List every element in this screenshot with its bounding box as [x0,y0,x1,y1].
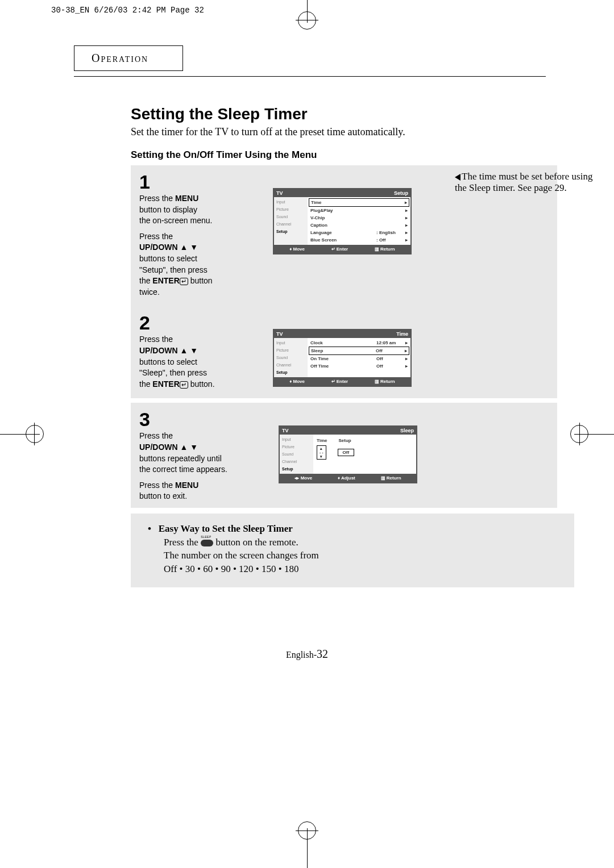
osd1-category: Setup [394,190,408,196]
easy-title: Easy Way to Set the Sleep Timer [159,523,293,534]
step-1-text: Press the MENU button to display the on-… [139,193,267,298]
print-header: 30-38_EN 6/26/03 2:42 PM Page 32 [51,6,204,15]
intro-text: Set the timer for the TV to turn off at … [131,126,546,138]
osd2-category: Time [396,331,408,337]
osd2-main: Clock12:05 am▸ SleepOff▸ On TimeOff▸ Off… [308,338,410,377]
section-label-box: Operation [74,45,183,71]
horizontal-rule [74,76,546,77]
up-down-arrows-icon: ▲ ▼ [178,346,198,355]
section-label: Operation [92,52,148,64]
step-3-text: Press the UP/DOWN ▲ ▼ buttons repeatedly… [139,431,273,502]
osd2-title: TV [276,331,283,337]
subheading: Setting the On/Off Timer Using the Menu [131,149,546,161]
easy-way-box: • Easy Way to Set the Sleep Timer Press … [131,514,574,587]
osd-screenshot-2: TV Time Input Picture Sound Channel Setu… [273,329,412,387]
step-3: 3 Press the UP/DOWN ▲ ▼ buttons repeated… [139,408,549,502]
side-note-text: The time must be set before using the Sl… [455,171,592,193]
osd-screenshot-1: TV Setup Input Picture Sound Channel Set… [273,188,412,254]
osd1-sidebar: Input Picture Sound Channel Setup [274,197,308,245]
steps-box-1: The time must be set before using the Sl… [131,165,557,398]
enter-icon: ↵ [180,278,188,285]
step-2: 2 Press the UP/DOWN ▲ ▼ buttons to selec… [139,312,549,390]
osd-screenshot-3: TV Sleep Input Picture Sound Channel Set… [279,425,417,483]
enter-icon: ↵ [180,381,188,389]
osd3-main: Time Setup ▴ - - ▾ Off [313,435,416,474]
up-down-arrows-icon: ▲ ▼ [178,443,198,452]
osd3-category: Sleep [400,428,414,433]
page-title: Setting the Sleep Timer [131,105,546,123]
step-3-number: 3 [139,408,162,431]
side-note: The time must be set before using the Sl… [455,171,597,194]
step-2-text: Press the UP/DOWN ▲ ▼ buttons to select … [139,334,267,390]
steps-box-2: 3 Press the UP/DOWN ▲ ▼ buttons repeated… [131,403,557,508]
triangle-left-icon [455,174,460,181]
step-1-number: 1 [139,171,162,193]
osd1-title: TV [276,190,283,196]
osd2-sidebar: Input Picture Sound Channel Setup [274,338,308,377]
page-footer: English-32 [0,648,614,661]
osd3-title: TV [282,428,289,433]
up-down-arrows-icon: ▲ ▼ [178,243,198,252]
osd1-main: Time▸ Plug&Play▸ V-Chip▸ Caption▸ Langua… [308,197,410,245]
sleep-button-icon [201,540,213,546]
osd3-sidebar: Input Picture Sound Channel Setup [280,435,313,474]
step-2-number: 2 [139,312,162,334]
